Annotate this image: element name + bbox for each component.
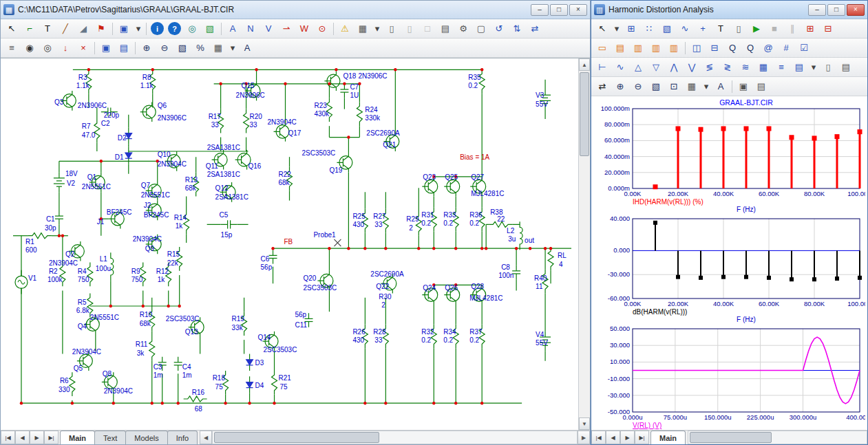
copy-page-icon[interactable]: ▤ <box>753 78 770 95</box>
power-display-icon[interactable]: W <box>296 21 313 37</box>
stack-plots-icon[interactable]: ≡ <box>773 59 790 76</box>
grid-icon[interactable]: ▦ <box>354 21 371 37</box>
numeric-output-icon[interactable]: ▤ <box>838 59 854 76</box>
graph-page-icon[interactable]: ▯ <box>730 21 747 37</box>
find-in-files-icon[interactable]: ◎ <box>39 40 56 56</box>
pin-connections-icon[interactable]: ⊙ <box>314 21 330 37</box>
font-icon[interactable]: A <box>239 40 255 56</box>
schematic-vertical-scrollbar[interactable]: ▲ ▼ <box>578 58 590 430</box>
analysis-limits-icon[interactable]: ⊞ <box>802 21 818 37</box>
zoom-fit-icon[interactable]: ⊡ <box>666 78 682 95</box>
properties-icon[interactable]: ☑ <box>796 40 812 56</box>
go-to-peak-icon[interactable]: △ <box>630 59 646 76</box>
info-mode-icon[interactable]: i <box>151 22 164 35</box>
chart-2[interactable]: 40.0000.000-30.000-60.0000.00K20.00K40.0… <box>594 213 865 323</box>
scale-mode-icon[interactable]: ◢ <box>75 21 92 37</box>
node-voltages-icon[interactable]: V <box>260 21 277 37</box>
grid-dropdown-icon[interactable]: ▾ <box>701 78 711 95</box>
performance-windows-icon[interactable]: ▤ <box>791 59 807 76</box>
page-nav-3[interactable]: ▶| <box>635 431 649 444</box>
font-icon[interactable]: A <box>712 78 729 95</box>
zoom-q-out-icon[interactable]: Q <box>742 40 759 56</box>
tab-models[interactable]: Models <box>125 431 167 444</box>
minimize-button[interactable]: – <box>531 4 549 16</box>
run-icon[interactable]: ▶ <box>748 21 765 37</box>
go-to-inflection-icon[interactable]: ≷ <box>719 59 736 76</box>
analysis-titlebar[interactable]: ▥ Harmonic Distortion Analysis – □ × <box>591 1 867 19</box>
settings-icon[interactable]: ⚙ <box>455 21 472 37</box>
component-dropdown-icon[interactable]: ▾ <box>134 21 143 37</box>
bar-graph-right-icon[interactable]: ▥ <box>666 40 682 56</box>
rotate-icon[interactable]: ↺ <box>491 21 507 37</box>
horizontal-scroll-track[interactable] <box>212 431 578 444</box>
flip-vertical-icon[interactable]: ⇅ <box>509 21 525 37</box>
line-mode-icon[interactable]: ╱ <box>57 21 74 37</box>
zoom-percent-icon[interactable]: % <box>192 40 209 56</box>
link-mode-icon[interactable]: ◎ <box>184 21 200 37</box>
copy-page-icon[interactable]: ▤ <box>116 40 132 56</box>
zoom-window-mode-icon[interactable]: ▧ <box>659 21 675 37</box>
stop-search-icon[interactable]: × <box>75 40 92 56</box>
scroll-right-icon[interactable]: ▶ <box>578 431 590 444</box>
minimize-button[interactable]: – <box>808 4 826 16</box>
zoom-in-icon[interactable]: ⊕ <box>612 78 628 95</box>
flip-horizontal-icon[interactable]: ⇄ <box>527 21 543 37</box>
horizontal-scroll-thumb[interactable] <box>690 432 772 443</box>
fft-windows-icon[interactable]: ≋ <box>737 59 754 76</box>
go-to-x-icon[interactable]: @ <box>760 40 776 56</box>
plot-dropdown-icon[interactable]: ▾ <box>809 59 818 76</box>
component-mode-icon[interactable]: ▣ <box>116 21 132 37</box>
zoom-in-icon[interactable]: ⊕ <box>138 40 155 56</box>
select-box-icon[interactable]: ▢ <box>473 21 489 37</box>
tab-info[interactable]: Info <box>167 431 198 444</box>
next-print-icon[interactable]: ⊢ <box>594 59 611 76</box>
waveform-mode-icon[interactable]: ∿ <box>677 21 693 37</box>
horizontal-scroll-thumb[interactable] <box>214 432 379 443</box>
attribute-text-icon[interactable]: A <box>224 21 241 37</box>
scroll-down-icon[interactable]: ▼ <box>579 417 590 430</box>
close-button[interactable]: × <box>569 4 587 16</box>
split-vertical-icon[interactable]: ⊟ <box>706 40 723 56</box>
go-to-valley-icon[interactable]: ▽ <box>648 59 664 76</box>
zoom-window-icon[interactable]: ▧ <box>174 40 191 56</box>
schematic-canvas[interactable]: R31.1kR81.1kQ32N3906C220pC2Q62N3906CR747… <box>1 58 578 430</box>
close-button[interactable]: × <box>847 4 865 16</box>
find-icon[interactable]: ◉ <box>21 40 38 56</box>
page-nav-1[interactable]: ◀ <box>606 431 620 444</box>
select-mode-icon[interactable]: ↖ <box>594 21 611 37</box>
zoom-q-in-icon[interactable]: Q <box>724 40 741 56</box>
page-nav-0[interactable]: |◀ <box>591 431 606 444</box>
grid-dropdown-icon[interactable]: ▾ <box>372 21 382 37</box>
region-enable-mode-icon[interactable]: ▧ <box>202 21 218 37</box>
page-nav-0[interactable]: |◀ <box>1 431 15 444</box>
wire-mode-icon[interactable]: ⌐ <box>21 21 38 37</box>
go-to-y-icon[interactable]: # <box>778 40 794 56</box>
zoom-out-icon[interactable]: ⊖ <box>156 40 173 56</box>
current-display-icon[interactable]: ⇀ <box>278 21 295 37</box>
plot-3d-icon[interactable]: ▦ <box>755 59 772 76</box>
new-page-icon[interactable]: ▯ <box>383 21 400 37</box>
page-nav-1[interactable]: ◀ <box>15 431 30 444</box>
flag-mode-icon[interactable]: ⚑ <box>93 21 109 37</box>
maximize-button[interactable]: □ <box>827 4 845 16</box>
window-list-icon[interactable]: ≡ <box>3 40 20 56</box>
vertical-scroll-track[interactable] <box>579 71 590 417</box>
maximize-button[interactable]: □ <box>550 4 568 16</box>
zoom-area-icon[interactable]: ▧ <box>648 78 664 95</box>
analysis-horizontal-scrollbar[interactable] <box>688 431 867 444</box>
stepping-icon[interactable]: ▭ <box>594 40 611 56</box>
vertical-scroll-thumb[interactable] <box>580 72 589 156</box>
tab-main[interactable]: Main <box>60 431 95 444</box>
go-to-low-icon[interactable]: ⋁ <box>684 59 700 76</box>
graph-dropdown-icon[interactable]: ▾ <box>612 21 622 37</box>
page-nav-3[interactable]: ▶| <box>44 431 59 444</box>
grid-snap-icon[interactable]: ▦ <box>210 40 226 56</box>
help-mode-icon[interactable]: ? <box>168 22 181 35</box>
chart-3[interactable]: 50.00030.00010.000-10.000-30.000-50.0000… <box>594 323 865 430</box>
grid-snap-dropdown-icon[interactable]: ▾ <box>228 40 237 56</box>
calculator-icon[interactable]: ▤ <box>437 21 454 37</box>
tab-main[interactable]: Main <box>650 431 686 444</box>
tab-text[interactable]: Text <box>94 431 126 444</box>
schematic-titlebar[interactable]: ▦ C:\MC11\DATA\Petrov\Sagittarius\GRAAL\… <box>1 1 590 19</box>
analysis-plot-area[interactable]: 100.000m80.000m60.000m40.000m20.000m0.00… <box>591 96 867 430</box>
